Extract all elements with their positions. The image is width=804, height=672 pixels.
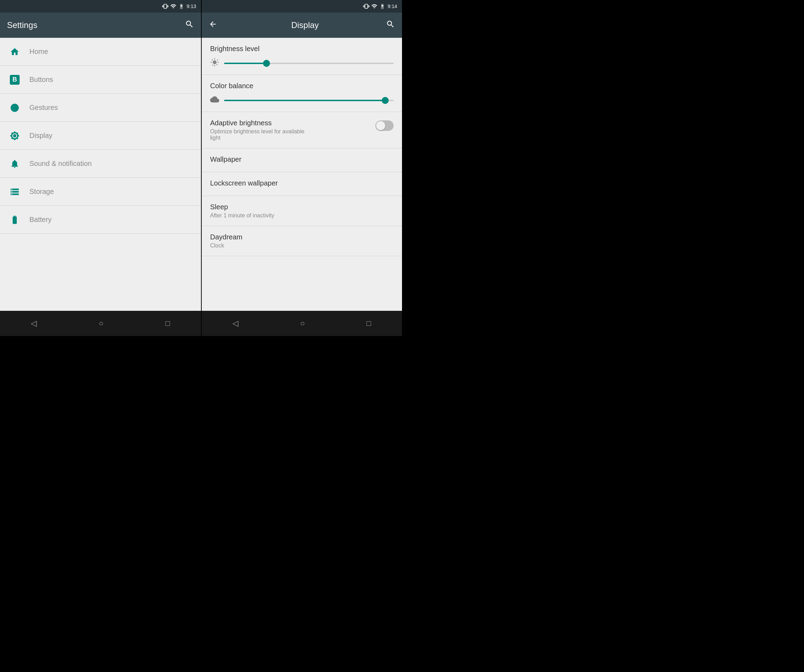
left-app-bar: Settings xyxy=(0,13,201,38)
sidebar-item-home[interactable]: Home xyxy=(0,38,201,66)
adaptive-text: Adaptive brightness Optimize brightness … xyxy=(210,119,308,141)
signal-icon xyxy=(170,3,176,10)
right-bottom-nav: ◁ ○ □ xyxy=(202,311,402,336)
buttons-label: Buttons xyxy=(29,76,53,84)
sleep-item[interactable]: Sleep After 1 minute of inactivity xyxy=(202,196,402,226)
daydream-title: Daydream xyxy=(210,233,394,241)
sidebar-item-buttons[interactable]: B Buttons xyxy=(0,66,201,94)
battery-label: Battery xyxy=(29,215,51,223)
home-icon xyxy=(7,47,23,57)
sleep-title: Sleep xyxy=(210,203,394,211)
left-bottom-nav: ◁ ○ □ xyxy=(0,311,201,336)
adaptive-brightness-section: Adaptive brightness Optimize brightness … xyxy=(202,112,402,148)
color-balance-section: Color balance xyxy=(202,75,402,112)
lockscreen-wallpaper-title: Lockscreen wallpaper xyxy=(210,179,394,187)
daydream-item[interactable]: Daydream Clock xyxy=(202,226,402,256)
battery-status-icon xyxy=(7,215,23,225)
status-icons xyxy=(162,3,185,10)
left-status-bar: 9:13 xyxy=(0,0,201,13)
gestures-icon xyxy=(7,103,23,113)
sound-icon xyxy=(7,159,23,169)
daydream-subtitle: Clock xyxy=(210,243,394,249)
right-home-button[interactable]: ○ xyxy=(293,315,312,331)
left-home-button[interactable]: ○ xyxy=(92,315,110,331)
brightness-title: Brightness level xyxy=(210,45,394,53)
left-back-button[interactable]: ◁ xyxy=(24,315,44,331)
sidebar-item-storage[interactable]: Storage xyxy=(0,178,201,206)
sidebar-item-display[interactable]: Display xyxy=(0,122,201,150)
adaptive-title: Adaptive brightness xyxy=(210,119,308,127)
storage-icon xyxy=(7,187,23,197)
storage-label: Storage xyxy=(29,188,54,196)
brightness-slider-icon xyxy=(210,58,219,69)
vibrate-icon xyxy=(162,3,168,10)
sidebar-item-gestures[interactable]: Gestures xyxy=(0,94,201,122)
battery-icon xyxy=(178,3,185,10)
display-icon xyxy=(7,131,23,141)
left-recents-button[interactable]: □ xyxy=(158,315,177,331)
settings-list: Home B Buttons Gestures Display xyxy=(0,38,201,311)
wallpaper-item[interactable]: Wallpaper xyxy=(202,148,402,172)
right-status-bar: 9:14 xyxy=(202,0,402,13)
svg-point-0 xyxy=(181,5,183,7)
right-back-icon[interactable] xyxy=(209,20,217,31)
left-panel: 9:13 Settings Home B Buttons G xyxy=(0,0,201,336)
display-label: Display xyxy=(29,132,52,140)
sleep-subtitle: After 1 minute of inactivity xyxy=(210,212,394,219)
right-panel: 9:14 Display Brightness level xyxy=(202,0,402,336)
color-balance-title: Color balance xyxy=(210,82,394,90)
left-app-title: Settings xyxy=(7,20,185,30)
buttons-icon: B xyxy=(7,75,23,85)
sidebar-item-sound[interactable]: Sound & notification xyxy=(0,150,201,178)
right-app-bar: Display xyxy=(202,13,402,38)
right-search-icon[interactable] xyxy=(386,20,395,31)
right-status-icons xyxy=(363,3,386,10)
brightness-slider[interactable] xyxy=(224,63,394,64)
right-app-title: Display xyxy=(224,20,386,30)
color-balance-slider-row xyxy=(210,95,394,106)
brightness-section: Brightness level xyxy=(202,38,402,75)
adaptive-toggle[interactable] xyxy=(375,121,394,131)
home-label: Home xyxy=(29,47,48,55)
right-back-button[interactable]: ◁ xyxy=(226,315,245,331)
color-balance-icon xyxy=(210,95,219,106)
right-battery-icon xyxy=(379,3,386,10)
sidebar-item-battery[interactable]: Battery xyxy=(0,206,201,234)
left-search-icon[interactable] xyxy=(185,20,194,31)
right-recents-button[interactable]: □ xyxy=(360,315,378,331)
brightness-slider-row xyxy=(210,58,394,69)
sound-label: Sound & notification xyxy=(29,160,92,168)
right-time: 9:14 xyxy=(387,3,397,9)
wallpaper-title: Wallpaper xyxy=(210,155,394,163)
toggle-knob xyxy=(376,121,385,130)
left-time: 9:13 xyxy=(187,3,196,9)
display-content: Brightness level Color balance xyxy=(202,38,402,311)
svg-point-2 xyxy=(382,5,384,7)
right-signal-icon xyxy=(371,3,377,10)
gestures-label: Gestures xyxy=(29,104,58,112)
adaptive-subtitle: Optimize brightness level for available … xyxy=(210,129,308,141)
right-vibrate-icon xyxy=(363,3,369,10)
color-balance-slider[interactable] xyxy=(224,100,394,101)
lockscreen-wallpaper-item[interactable]: Lockscreen wallpaper xyxy=(202,172,402,196)
